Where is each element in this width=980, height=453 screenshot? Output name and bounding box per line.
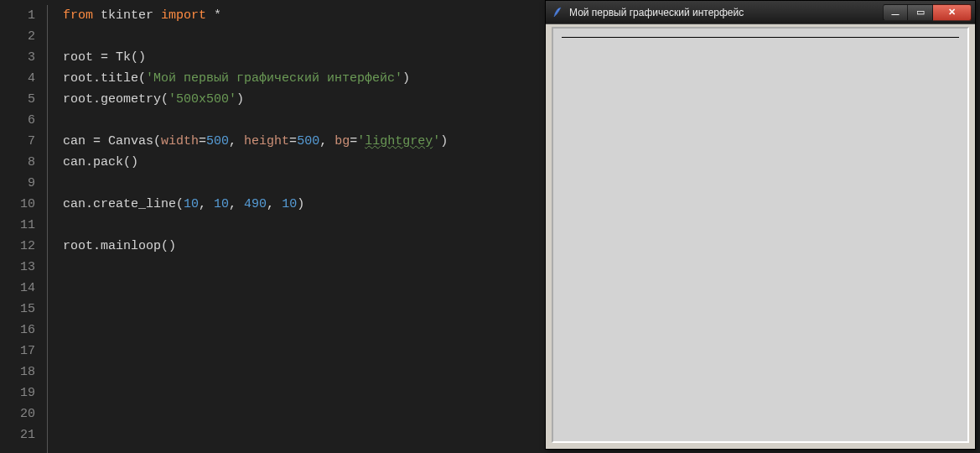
token: = [289,134,297,148]
token: ' [433,134,440,148]
line-number: 17 [0,341,35,362]
line-number: 7 [0,131,35,152]
maximize-icon: ▭ [916,7,925,18]
token: , [267,197,282,211]
token: * [206,8,221,23]
client-area [549,24,972,445]
code-line[interactable] [63,424,448,445]
code-line[interactable] [63,26,448,47]
line-number: 2 [0,26,35,47]
line-number: 14 [0,278,35,299]
token: , [229,134,244,148]
line-number: 20 [0,404,35,424]
code-line[interactable]: root.geometry('500x500') [63,89,448,110]
close-icon: ✕ [948,7,956,18]
token: from [63,8,93,23]
line-number: 13 [0,257,35,278]
token: ) [440,134,448,148]
line-number-gutter: 123456789101112131415161718192021 [0,5,47,453]
token: 500 [297,134,319,148]
code-line[interactable] [63,404,448,424]
token: root.title( [63,71,146,86]
line-number: 10 [0,194,35,215]
token: , [199,197,214,211]
token: 490 [244,197,267,211]
title-bar[interactable]: Мой первый графический интерфейс — ▭ ✕ [546,1,975,24]
code-line[interactable]: root = Tk() [63,47,448,68]
code-line[interactable] [63,320,448,341]
line-number: 16 [0,320,35,341]
line-number: 15 [0,299,35,320]
line-number: 19 [0,383,35,404]
code-line[interactable] [63,257,448,278]
gutter-border [47,5,48,453]
window-title: Мой первый графический интерфейс [569,7,744,18]
token: 500 [206,134,229,148]
tk-canvas [552,27,969,443]
line-number: 18 [0,362,35,383]
line-number: 4 [0,68,35,89]
code-line[interactable] [63,362,448,383]
token: root = Tk() [63,50,146,65]
token: tkinter [93,8,161,23]
code-line[interactable] [63,173,448,194]
line-number: 11 [0,215,35,236]
token: import [161,8,206,23]
token: root.geometry( [63,92,169,107]
token: , [319,134,334,148]
maximize-button[interactable]: ▭ [908,4,933,21]
line-number: 1 [0,5,35,26]
minimize-button[interactable]: — [883,4,908,21]
code-line[interactable]: root.title('Мой первый графический интер… [63,68,448,89]
code-line[interactable] [63,278,448,299]
token: ) [402,71,410,86]
token: ' [357,134,365,148]
code-line[interactable] [63,110,448,131]
code-line[interactable]: can = Canvas(width=500, height=500, bg='… [63,131,448,152]
code-line[interactable] [63,215,448,236]
code-line[interactable]: can.pack() [63,152,448,173]
code-area[interactable]: from tkinter import * root = Tk()root.ti… [63,5,448,453]
tkinter-feather-icon [551,6,564,19]
token: can.pack() [63,155,138,169]
code-line[interactable] [63,341,448,362]
token: 10 [282,197,297,211]
token: lightgrey [365,134,433,148]
token: can = Canvas( [63,134,161,148]
line-number: 5 [0,89,35,110]
token: = [199,134,206,148]
token: , [229,197,244,211]
line-number: 8 [0,152,35,173]
close-button[interactable]: ✕ [933,4,972,21]
line-number: 12 [0,236,35,257]
canvas-drawn-line [562,37,959,38]
token: bg [334,134,350,148]
code-line[interactable] [63,299,448,320]
line-number: 3 [0,47,35,68]
token: 'Мой первый графический интерфейс' [146,71,402,86]
token: root.mainloop() [63,239,176,253]
line-number: 21 [0,424,35,445]
code-line[interactable]: from tkinter import * [63,5,448,26]
token: = [350,134,357,148]
code-line[interactable]: can.create_line(10, 10, 490, 10) [63,194,448,215]
token: height [244,134,289,148]
minimize-icon: — [892,10,900,18]
token: '500x500' [169,92,236,107]
line-number: 6 [0,110,35,131]
token: can.create_line( [63,197,184,211]
token: ) [236,92,244,107]
token: ) [297,197,304,211]
token: 10 [184,197,199,211]
code-line[interactable]: root.mainloop() [63,236,448,257]
output-window[interactable]: Мой первый графический интерфейс — ▭ ✕ [545,0,976,450]
code-line[interactable] [63,383,448,404]
window-controls: — ▭ ✕ [883,4,972,21]
line-number: 9 [0,173,35,194]
token: 10 [214,197,229,211]
token: width [161,134,199,148]
